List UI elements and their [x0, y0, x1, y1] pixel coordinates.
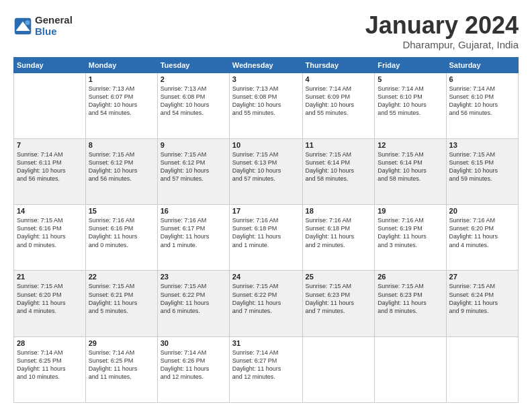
day-number: 15 — [89, 207, 154, 215]
day-number: 27 — [449, 273, 515, 281]
table-row: 28Sunrise: 7:14 AM Sunset: 6:25 PM Dayli… — [14, 336, 86, 402]
calendar-week-row: 1Sunrise: 7:13 AM Sunset: 6:07 PM Daylig… — [14, 73, 519, 138]
table-row — [302, 336, 375, 402]
page-header: General Blue January 2024 Dharampur, Guj… — [13, 12, 519, 50]
day-info: Sunrise: 7:16 AM Sunset: 6:20 PM Dayligh… — [449, 216, 515, 249]
month-title: January 2024 — [365, 12, 519, 39]
day-number: 12 — [378, 141, 443, 149]
calendar-page: General Blue January 2024 Dharampur, Guj… — [0, 0, 532, 411]
day-number: 21 — [17, 273, 83, 281]
table-row: 1Sunrise: 7:13 AM Sunset: 6:07 PM Daylig… — [85, 73, 157, 138]
day-number: 14 — [17, 207, 83, 215]
table-row: 6Sunrise: 7:14 AM Sunset: 6:10 PM Daylig… — [446, 73, 518, 138]
day-info: Sunrise: 7:15 AM Sunset: 6:23 PM Dayligh… — [378, 282, 443, 315]
table-row: 2Sunrise: 7:13 AM Sunset: 6:08 PM Daylig… — [157, 73, 229, 138]
day-number: 13 — [449, 141, 515, 149]
day-info: Sunrise: 7:15 AM Sunset: 6:22 PM Dayligh… — [161, 282, 226, 315]
day-info: Sunrise: 7:14 AM Sunset: 6:09 PM Dayligh… — [306, 85, 372, 118]
day-info: Sunrise: 7:15 AM Sunset: 6:22 PM Dayligh… — [232, 282, 300, 315]
table-row: 29Sunrise: 7:14 AM Sunset: 6:25 PM Dayli… — [85, 336, 157, 402]
day-number: 8 — [89, 141, 154, 149]
day-number: 3 — [232, 75, 300, 83]
day-info: Sunrise: 7:15 AM Sunset: 6:12 PM Dayligh… — [89, 150, 154, 183]
title-block: January 2024 Dharampur, Gujarat, India — [365, 12, 519, 50]
day-number: 9 — [161, 141, 226, 149]
calendar-week-row: 28Sunrise: 7:14 AM Sunset: 6:25 PM Dayli… — [14, 336, 519, 402]
table-row: 26Sunrise: 7:15 AM Sunset: 6:23 PM Dayli… — [375, 271, 446, 336]
day-info: Sunrise: 7:15 AM Sunset: 6:15 PM Dayligh… — [449, 150, 515, 183]
table-row: 20Sunrise: 7:16 AM Sunset: 6:20 PM Dayli… — [446, 205, 518, 271]
day-info: Sunrise: 7:14 AM Sunset: 6:26 PM Dayligh… — [161, 349, 226, 381]
calendar-table: Sunday Monday Tuesday Wednesday Thursday… — [13, 57, 519, 403]
day-number: 2 — [161, 75, 226, 83]
calendar-week-row: 7Sunrise: 7:14 AM Sunset: 6:11 PM Daylig… — [14, 138, 519, 204]
logo-text: General Blue — [35, 15, 73, 37]
day-number: 6 — [449, 75, 515, 83]
table-row: 31Sunrise: 7:14 AM Sunset: 6:27 PM Dayli… — [229, 336, 302, 402]
day-info: Sunrise: 7:16 AM Sunset: 6:19 PM Dayligh… — [378, 216, 443, 249]
day-info: Sunrise: 7:16 AM Sunset: 6:18 PM Dayligh… — [306, 216, 372, 249]
day-info: Sunrise: 7:14 AM Sunset: 6:10 PM Dayligh… — [449, 85, 515, 118]
day-info: Sunrise: 7:13 AM Sunset: 6:07 PM Dayligh… — [89, 85, 154, 118]
day-info: Sunrise: 7:14 AM Sunset: 6:27 PM Dayligh… — [232, 349, 300, 381]
day-info: Sunrise: 7:14 AM Sunset: 6:11 PM Dayligh… — [17, 150, 83, 183]
logo: General Blue — [13, 15, 73, 37]
day-number: 4 — [306, 75, 372, 83]
logo-blue-text: Blue — [35, 26, 73, 38]
header-sunday: Sunday — [14, 57, 86, 73]
logo-icon — [13, 17, 32, 36]
day-info: Sunrise: 7:15 AM Sunset: 6:21 PM Dayligh… — [89, 282, 154, 315]
day-info: Sunrise: 7:15 AM Sunset: 6:13 PM Dayligh… — [232, 150, 300, 183]
day-number: 16 — [161, 207, 226, 215]
header-monday: Monday — [85, 57, 157, 73]
header-friday: Friday — [375, 57, 446, 73]
day-info: Sunrise: 7:15 AM Sunset: 6:14 PM Dayligh… — [378, 150, 443, 183]
logo-general-text: General — [35, 15, 73, 26]
table-row: 16Sunrise: 7:16 AM Sunset: 6:17 PM Dayli… — [157, 205, 229, 271]
table-row: 7Sunrise: 7:14 AM Sunset: 6:11 PM Daylig… — [14, 138, 86, 204]
table-row: 9Sunrise: 7:15 AM Sunset: 6:12 PM Daylig… — [157, 138, 229, 204]
day-info: Sunrise: 7:15 AM Sunset: 6:12 PM Dayligh… — [161, 150, 226, 183]
day-number: 29 — [89, 339, 154, 347]
table-row: 14Sunrise: 7:15 AM Sunset: 6:16 PM Dayli… — [14, 205, 86, 271]
day-info: Sunrise: 7:15 AM Sunset: 6:14 PM Dayligh… — [306, 150, 372, 183]
table-row — [446, 336, 518, 402]
table-row: 27Sunrise: 7:15 AM Sunset: 6:24 PM Dayli… — [446, 271, 518, 336]
table-row: 8Sunrise: 7:15 AM Sunset: 6:12 PM Daylig… — [85, 138, 157, 204]
table-row: 25Sunrise: 7:15 AM Sunset: 6:23 PM Dayli… — [302, 271, 375, 336]
day-info: Sunrise: 7:14 AM Sunset: 6:25 PM Dayligh… — [17, 349, 83, 381]
table-row: 4Sunrise: 7:14 AM Sunset: 6:09 PM Daylig… — [302, 73, 375, 138]
day-info: Sunrise: 7:16 AM Sunset: 6:17 PM Dayligh… — [161, 216, 226, 249]
table-row: 11Sunrise: 7:15 AM Sunset: 6:14 PM Dayli… — [302, 138, 375, 204]
day-number: 25 — [306, 273, 372, 281]
day-info: Sunrise: 7:13 AM Sunset: 6:08 PM Dayligh… — [232, 85, 300, 118]
calendar-week-row: 21Sunrise: 7:15 AM Sunset: 6:20 PM Dayli… — [14, 271, 519, 336]
day-number: 24 — [232, 273, 300, 281]
table-row: 21Sunrise: 7:15 AM Sunset: 6:20 PM Dayli… — [14, 271, 86, 336]
day-info: Sunrise: 7:15 AM Sunset: 6:23 PM Dayligh… — [306, 282, 372, 315]
day-info: Sunrise: 7:16 AM Sunset: 6:18 PM Dayligh… — [232, 216, 300, 249]
header-wednesday: Wednesday — [229, 57, 302, 73]
day-number: 18 — [306, 207, 372, 215]
table-row: 17Sunrise: 7:16 AM Sunset: 6:18 PM Dayli… — [229, 205, 302, 271]
day-info: Sunrise: 7:15 AM Sunset: 6:16 PM Dayligh… — [17, 216, 83, 249]
day-number: 7 — [17, 141, 83, 149]
header-saturday: Saturday — [446, 57, 518, 73]
day-info: Sunrise: 7:14 AM Sunset: 6:10 PM Dayligh… — [378, 85, 443, 118]
header-thursday: Thursday — [302, 57, 375, 73]
calendar-week-row: 14Sunrise: 7:15 AM Sunset: 6:16 PM Dayli… — [14, 205, 519, 271]
header-tuesday: Tuesday — [157, 57, 229, 73]
table-row: 24Sunrise: 7:15 AM Sunset: 6:22 PM Dayli… — [229, 271, 302, 336]
day-info: Sunrise: 7:14 AM Sunset: 6:25 PM Dayligh… — [89, 349, 154, 381]
day-number: 26 — [378, 273, 443, 281]
table-row — [14, 73, 86, 138]
day-number: 28 — [17, 339, 83, 347]
day-number: 30 — [161, 339, 226, 347]
day-number: 10 — [232, 141, 300, 149]
table-row: 12Sunrise: 7:15 AM Sunset: 6:14 PM Dayli… — [375, 138, 446, 204]
table-row: 23Sunrise: 7:15 AM Sunset: 6:22 PM Dayli… — [157, 271, 229, 336]
day-info: Sunrise: 7:16 AM Sunset: 6:16 PM Dayligh… — [89, 216, 154, 249]
calendar-header-row: Sunday Monday Tuesday Wednesday Thursday… — [14, 57, 519, 73]
svg-point-2 — [26, 20, 30, 25]
table-row: 15Sunrise: 7:16 AM Sunset: 6:16 PM Dayli… — [85, 205, 157, 271]
